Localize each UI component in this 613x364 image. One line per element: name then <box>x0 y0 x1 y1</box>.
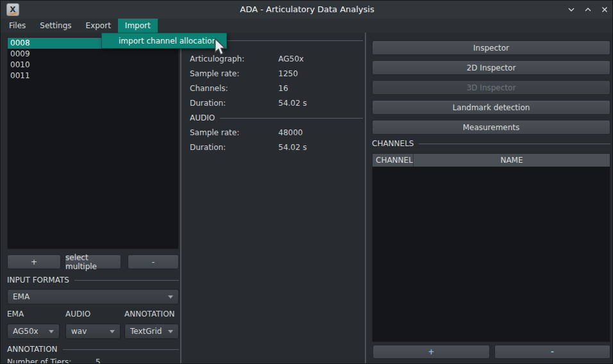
window-controls <box>566 1 610 19</box>
close-icon[interactable] <box>600 4 610 15</box>
audio-format-value: wav <box>71 327 87 336</box>
splitter-right[interactable] <box>365 33 366 364</box>
inspector-button[interactable]: Inspector <box>372 40 610 55</box>
annotation-header-label: ANNOTATION <box>7 345 58 354</box>
window-title: ADA - Articulatory Data Analysis <box>1 1 613 19</box>
field-label: Channels: <box>190 84 278 93</box>
format-col-label-annotation: ANNOTATION <box>124 310 175 318</box>
annotation-format-select[interactable]: TextGrid <box>124 324 179 339</box>
app-window: { "window": { "title": "ADA - Articulato… <box>0 0 613 364</box>
field-value: 48000 <box>278 128 303 137</box>
field-ema-sample-rate: Sample rate: 1250 <box>190 69 298 78</box>
select-multiple-button[interactable]: select multiple <box>65 254 121 269</box>
channel-table: CHANNEL NAME <box>372 153 610 342</box>
ema-column-label: EMA <box>7 310 24 318</box>
input-formats-label: INPUT FORMATS <box>7 276 69 285</box>
channel-table-header: CHANNEL NAME <box>373 154 610 167</box>
audio-info-header: AUDIO <box>190 113 363 122</box>
import-channel-allocation-item[interactable]: import channel allocation <box>102 37 217 46</box>
format-col-label-audio: AUDIO <box>65 310 90 318</box>
measurements-button[interactable]: Measurements <box>372 120 610 135</box>
field-audio-sample-rate: Sample rate: 48000 <box>190 128 303 137</box>
remove-file-button[interactable]: - <box>128 254 179 269</box>
field-label: Sample rate: <box>190 128 278 137</box>
add-file-button[interactable]: + <box>7 254 61 269</box>
input-format-select[interactable]: EMA <box>7 289 179 304</box>
2d-inspector-button[interactable]: 2D Inspector <box>372 60 610 75</box>
import-menu-popup: import channel allocation <box>101 33 227 49</box>
landmark-detection-button[interactable]: Landmark detection <box>372 100 610 115</box>
minimize-icon[interactable] <box>566 4 576 15</box>
field-value: 54.02 s <box>278 99 306 108</box>
field-label: Duration: <box>190 143 278 152</box>
divider-line <box>419 144 610 144</box>
add-channel-button[interactable]: + <box>373 345 490 359</box>
maximize-icon[interactable] <box>583 4 593 15</box>
annotation-column-label: ANNOTATION <box>124 310 175 318</box>
mouse-cursor <box>214 38 226 58</box>
menu-settings[interactable]: Settings <box>33 19 78 33</box>
field-articulograph: Articulograph: AG50x <box>190 54 304 63</box>
field-label: Sample rate: <box>190 69 278 78</box>
field-ema-duration: Duration: 54.02 s <box>190 99 306 108</box>
name-column-header[interactable]: NAME <box>414 154 610 167</box>
channel-table-body <box>373 167 610 342</box>
divider-line <box>220 118 363 119</box>
menubar: Files Settings Export Import <box>1 19 613 33</box>
field-value: AG50x <box>278 54 304 63</box>
field-audio-duration: Duration: 54.02 s <box>190 143 306 152</box>
input-format-value: EMA <box>13 292 29 301</box>
chevron-down-icon <box>168 330 173 333</box>
audio-header-label: AUDIO <box>190 113 215 122</box>
field-value: 1250 <box>278 69 298 78</box>
menu-export[interactable]: Export <box>79 19 118 33</box>
tiers-label: Number of Tiers: <box>7 358 96 364</box>
field-value: 16 <box>278 84 288 93</box>
menu-files[interactable]: Files <box>2 19 33 33</box>
annotation-header: ANNOTATION <box>7 345 179 354</box>
3d-inspector-button: 3D Inspector <box>372 80 610 95</box>
audio-format-select[interactable]: wav <box>65 324 121 339</box>
channels-header: CHANNELS <box>372 139 610 148</box>
ema-format-select[interactable]: AG50x <box>7 324 60 339</box>
field-label: Articulograph: <box>190 54 278 63</box>
file-item-0011[interactable]: 0011 <box>8 70 178 81</box>
audio-column-label: AUDIO <box>65 310 90 318</box>
file-item-0009[interactable]: 0009 <box>8 49 178 60</box>
window-titlebar: X ADA - Articulatory Data Analysis <box>1 1 613 19</box>
divider-line <box>74 280 179 281</box>
field-channels: Channels: 16 <box>190 84 288 93</box>
file-list: 0008 0009 0010 0011 <box>7 37 179 249</box>
format-col-label-ema: EMA <box>7 310 24 318</box>
splitter-left[interactable] <box>180 33 181 364</box>
chevron-down-icon <box>49 330 54 333</box>
tiers-field: Number of Tiers: 5 <box>7 358 101 364</box>
field-value: 54.02 s <box>278 143 306 152</box>
ema-header-line <box>226 40 363 41</box>
ema-format-value: AG50x <box>13 327 38 336</box>
field-label: Duration: <box>190 99 278 108</box>
channel-column-header[interactable]: CHANNEL <box>373 154 414 167</box>
file-item-0010[interactable]: 0010 <box>8 60 178 70</box>
tiers-value: 5 <box>96 358 101 364</box>
remove-channel-button[interactable]: - <box>494 345 610 359</box>
input-formats-header: INPUT FORMATS <box>7 276 179 285</box>
annotation-format-value: TextGrid <box>130 327 162 336</box>
divider-line <box>63 349 179 350</box>
menu-import[interactable]: Import <box>118 19 158 33</box>
chevron-down-icon <box>110 330 115 333</box>
channels-header-label: CHANNELS <box>372 139 414 148</box>
chevron-down-icon <box>168 295 173 299</box>
